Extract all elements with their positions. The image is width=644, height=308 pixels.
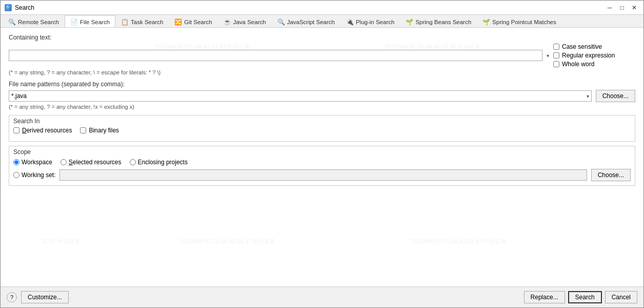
enclosing-projects-label: Enclosing projects: [138, 159, 188, 166]
derived-resources-checkbox[interactable]: [13, 127, 19, 133]
bg-watermark-3: 31:47 中信证券: [42, 238, 80, 245]
tab-remote-search[interactable]: 🔍 Remote Search: [3, 15, 65, 28]
search-in-group: Search In Derived resources Binary files: [9, 115, 635, 142]
tab-plugin-search-label: Plug-in Search: [356, 19, 394, 25]
tab-git-search[interactable]: 🔀 Git Search: [169, 15, 217, 28]
regular-expression-checkbox-row[interactable]: Regular expression: [553, 52, 635, 59]
containing-text-hint: (* = any string, ? = any character, \ = …: [9, 69, 635, 75]
tab-task-search[interactable]: 📋 Task Search: [115, 15, 169, 28]
title-bar-left: 🔍 Search: [5, 4, 34, 11]
tab-java-search-label: Java Search: [233, 19, 266, 25]
javascript-search-icon: 🔍: [277, 18, 285, 26]
containing-text-dropdown-arrow[interactable]: ▾: [547, 53, 549, 59]
tab-spring-beans-label: Spring Beans Search: [415, 19, 471, 25]
selected-resources-radio-item[interactable]: Selected resources: [61, 159, 122, 166]
search-dialog: 🔍 Search ─ □ ✕ 🔍 Remote Search 📄 File Se…: [0, 0, 644, 308]
working-set-label: Working set:: [22, 171, 55, 179]
bottom-left: ? Customize...: [7, 291, 69, 303]
title-controls: ─ □ ✕: [605, 3, 639, 13]
bg-watermark-5: T018908 8C:55:4A:A5:31:47 中信证券: [411, 238, 507, 245]
case-sensitive-label: Case sensitive: [562, 43, 602, 50]
dialog-icon: 🔍: [5, 4, 12, 11]
git-search-icon: 🔀: [174, 18, 182, 26]
case-sensitive-checkbox-row[interactable]: Case sensitive: [553, 43, 635, 50]
choose-working-set-button[interactable]: Choose...: [591, 169, 631, 181]
choose-file-pattern-button[interactable]: Choose...: [596, 90, 635, 102]
tab-task-search-label: Task Search: [131, 19, 163, 25]
tab-plugin-search[interactable]: 🔌 Plug-in Search: [340, 15, 400, 28]
working-set-radio[interactable]: [13, 172, 19, 178]
workspace-radio[interactable]: [13, 159, 19, 165]
file-name-patterns-hint: (* = any string, ? = any character, !x =…: [9, 104, 635, 110]
tab-git-search-label: Git Search: [184, 19, 212, 25]
replace-button[interactable]: Replace...: [524, 291, 565, 303]
plugin-search-icon: 🔌: [346, 18, 354, 26]
java-search-icon: ☕: [224, 18, 231, 26]
file-name-patterns-label: File name patterns (separated by comma):: [9, 81, 635, 88]
binary-files-label: Binary files: [89, 127, 119, 134]
main-content: T018908 8C:55:4A:A5:31:47 中信证券 T018908 8…: [1, 28, 643, 286]
minimize-button[interactable]: ─: [605, 3, 615, 13]
bg-watermark-4: T018908 8C:55:4A:A5:31:47 中信证券: [180, 238, 276, 245]
cancel-button[interactable]: Cancel: [605, 291, 637, 303]
title-bar: 🔍 Search ─ □ ✕: [1, 1, 643, 15]
bottom-bar: ? Customize... Replace... Search Cancel: [1, 286, 643, 307]
scope-radio-row: Workspace Selected resources Enclosing p…: [13, 159, 631, 166]
form-section: Containing text: ▾ Case sensitive Regula…: [9, 34, 635, 186]
file-name-patterns-combo[interactable]: *.java ▾: [9, 90, 592, 102]
binary-files-checkbox[interactable]: [80, 127, 86, 133]
whole-word-checkbox[interactable]: [553, 61, 559, 67]
file-name-patterns-value: *.java: [11, 92, 585, 100]
regular-expression-checkbox[interactable]: [553, 52, 559, 59]
search-options-checkboxes: Case sensitive Regular expression Whole …: [553, 43, 635, 68]
workspace-radio-item[interactable]: Workspace: [13, 159, 52, 166]
task-search-icon: 📋: [121, 18, 129, 26]
remote-search-icon: 🔍: [8, 18, 16, 26]
close-button[interactable]: ✕: [629, 3, 639, 13]
containing-text-row: ▾ Case sensitive Regular expression Whol…: [9, 43, 635, 68]
search-in-title: Search In: [13, 118, 631, 125]
file-name-patterns-row: *.java ▾ Choose...: [9, 90, 635, 102]
scope-group: Scope Workspace Selected resources Enclo…: [9, 146, 635, 186]
workspace-label: Workspace: [22, 159, 52, 166]
tab-spring-pointcut-label: Spring Pointcut Matches: [492, 19, 556, 25]
tab-spring-pointcut-search[interactable]: 🌱 Spring Pointcut Matches: [477, 15, 562, 28]
spring-pointcut-icon: 🌱: [482, 18, 490, 26]
tab-java-search[interactable]: ☕ Java Search: [218, 15, 272, 28]
tab-javascript-search-label: JavaScript Search: [287, 19, 335, 25]
regular-expression-label: Regular expression: [562, 52, 615, 59]
binary-files-row[interactable]: Binary files: [80, 127, 119, 134]
working-set-input[interactable]: [59, 169, 587, 181]
file-name-patterns-dropdown-arrow[interactable]: ▾: [587, 93, 589, 99]
containing-text-input[interactable]: [9, 50, 542, 61]
selected-resources-label: Selected resources: [69, 159, 122, 166]
containing-text-label: Containing text:: [9, 34, 635, 41]
tab-file-search[interactable]: 📄 File Search: [65, 15, 115, 28]
case-sensitive-checkbox[interactable]: [553, 44, 559, 50]
tab-file-search-label: File Search: [80, 19, 110, 25]
enclosing-projects-radio[interactable]: [130, 159, 136, 165]
derived-resources-row[interactable]: Derived resources: [13, 127, 72, 134]
whole-word-label: Whole word: [562, 61, 594, 68]
selected-resources-radio[interactable]: [61, 159, 67, 165]
spring-beans-icon: 🌱: [406, 18, 413, 26]
tab-javascript-search[interactable]: 🔍 JavaScript Search: [272, 15, 340, 28]
tab-spring-beans-search[interactable]: 🌱 Spring Beans Search: [400, 15, 477, 28]
tab-remote-search-label: Remote Search: [18, 19, 59, 25]
bottom-right: Replace... Search Cancel: [524, 291, 637, 303]
whole-word-checkbox-row[interactable]: Whole word: [553, 61, 635, 68]
tab-bar: 🔍 Remote Search 📄 File Search 📋 Task Sea…: [1, 15, 643, 28]
dialog-title: Search: [15, 4, 34, 11]
working-set-row: Working set: Choose...: [13, 169, 631, 181]
scope-title: Scope: [13, 148, 631, 156]
search-button[interactable]: Search: [568, 291, 602, 303]
enclosing-projects-radio-item[interactable]: Enclosing projects: [130, 159, 188, 166]
derived-resources-label: Derived resources: [22, 127, 72, 134]
working-set-radio-item[interactable]: Working set:: [13, 171, 55, 179]
maximize-button[interactable]: □: [617, 3, 627, 13]
search-in-checkboxes: Derived resources Binary files: [13, 127, 631, 134]
customize-button[interactable]: Customize...: [21, 291, 69, 303]
help-button[interactable]: ?: [7, 292, 17, 302]
file-search-icon: 📄: [70, 18, 78, 26]
